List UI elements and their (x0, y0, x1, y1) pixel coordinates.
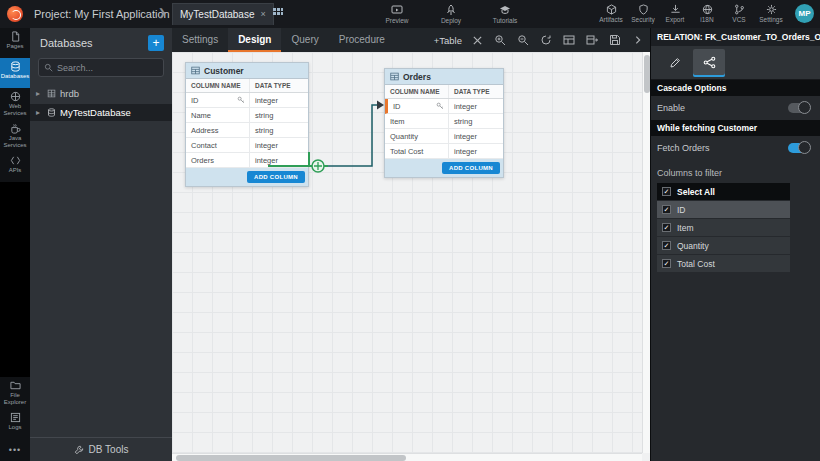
enable-toggle[interactable] (788, 103, 810, 113)
rail-item-logs[interactable]: Logs (0, 409, 30, 439)
checkbox-checked-icon[interactable]: ✓ (662, 241, 671, 250)
scrollbar-thumb[interactable] (176, 455, 406, 461)
filter-row-item[interactable]: ✓ Item (657, 219, 790, 236)
horizontal-scrollbar[interactable] (172, 453, 642, 461)
tutorials-button[interactable]: Tutorials (486, 2, 524, 24)
rail-item-pages[interactable]: Pages (0, 28, 30, 58)
collapse-panel-chevron-icon[interactable] (630, 32, 646, 48)
column-row-quantity[interactable]: Quantity integer (385, 129, 503, 144)
app-logo-icon[interactable] (7, 6, 23, 22)
export-label: Export (666, 16, 685, 23)
column-row-id[interactable]: ID integer (186, 93, 308, 108)
preview-button[interactable]: Preview (378, 2, 416, 24)
tab-procedure[interactable]: Procedure (329, 28, 395, 52)
checkbox-checked-icon[interactable]: ✓ (662, 259, 671, 268)
filter-label: Item (677, 223, 694, 233)
deploy-icon (445, 2, 457, 16)
entity-header[interactable]: Customer (186, 63, 308, 79)
column-row-total-cost[interactable]: Total Cost integer (385, 144, 503, 159)
db-cylinder-icon (47, 108, 56, 117)
chevron-right-icon[interactable]: ❯ (158, 7, 166, 18)
add-database-button[interactable]: + (148, 35, 164, 51)
tree-item-mytestdatabase[interactable]: ▸ MyTestDatabase (30, 104, 172, 121)
apps-grid-icon[interactable] (272, 7, 284, 19)
deploy-button[interactable]: Deploy (432, 2, 470, 24)
filter-row-quantity[interactable]: ✓ Quantity (657, 237, 790, 254)
tab-settings[interactable]: Settings (172, 28, 228, 52)
export-button[interactable]: Export (662, 2, 688, 23)
rail-item-web-services[interactable]: Web Services (0, 88, 30, 120)
add-column-button[interactable]: ADD COLUMN (442, 162, 500, 174)
column-type: string (250, 123, 308, 137)
table-export-icon[interactable] (584, 32, 600, 48)
table-edit-icon[interactable] (561, 32, 577, 48)
refresh-icon[interactable] (538, 32, 554, 48)
globe-icon (702, 2, 713, 15)
edit-relation-tab[interactable] (659, 49, 691, 77)
zoom-in-icon[interactable] (492, 32, 508, 48)
database-icon (10, 61, 21, 72)
rail-label: APIs (9, 167, 22, 174)
caret-icon[interactable]: ▸ (36, 89, 43, 98)
column-row-orders[interactable]: Orders integer (186, 153, 308, 168)
db-tools-label: DB Tools (89, 444, 129, 455)
tree-item-hrdb[interactable]: ▸ hrdb (30, 85, 172, 102)
save-icon[interactable] (607, 32, 623, 48)
relation-handle-icon (312, 160, 324, 172)
column-row-contact[interactable]: Contact integer (186, 138, 308, 153)
caret-icon[interactable]: ▸ (36, 108, 43, 117)
add-table-button[interactable]: +Table (434, 35, 462, 46)
left-rail: Pages Databases Web Services Java Servic… (0, 28, 30, 461)
column-row-item[interactable]: Item string (385, 114, 503, 129)
column-name: ID (191, 96, 199, 105)
column-row-address[interactable]: Address string (186, 123, 308, 138)
rail-item-databases[interactable]: Databases (0, 58, 30, 88)
rail-item-java-services[interactable]: Java Services (0, 120, 30, 152)
user-avatar[interactable]: MP (795, 4, 814, 23)
search-box[interactable] (38, 58, 164, 77)
checkbox-checked-icon[interactable]: ✓ (662, 223, 671, 232)
pages-icon (10, 31, 21, 42)
entity-card-customer[interactable]: Customer COLUMN NAME DATA TYPE ID intege… (185, 62, 309, 187)
col-header-type: DATA TYPE (250, 79, 308, 92)
primary-key-icon (237, 96, 245, 104)
db-tools-button[interactable]: DB Tools (30, 437, 172, 461)
tab-design[interactable]: Design (228, 28, 281, 52)
rail-item-apis[interactable]: APIs (0, 152, 30, 182)
relation-settings-tab[interactable] (693, 49, 725, 77)
tutorials-label: Tutorials (493, 17, 518, 24)
filter-label: Quantity (677, 241, 709, 251)
relation-arrow-icon (377, 101, 384, 110)
settings-button[interactable]: Settings (758, 2, 784, 23)
col-header-name: COLUMN NAME (186, 79, 250, 92)
checkbox-checked-icon[interactable]: ✓ (662, 187, 671, 196)
zoom-out-icon[interactable] (515, 32, 531, 48)
checkbox-checked-icon[interactable]: ✓ (662, 205, 671, 214)
open-tab-mytestdatabase[interactable]: MyTestDatabase × (172, 3, 274, 25)
vertical-scrollbar[interactable] (642, 52, 650, 453)
security-button[interactable]: Security (630, 2, 656, 23)
vcs-button[interactable]: VCS (726, 2, 752, 23)
wrench-icon (74, 445, 84, 455)
column-type: integer (449, 144, 503, 158)
add-column-button[interactable]: ADD COLUMN (247, 171, 305, 183)
entity-header[interactable]: Orders (385, 69, 503, 85)
fetch-orders-toggle[interactable] (788, 143, 810, 153)
schema-canvas[interactable]: Customer COLUMN NAME DATA TYPE ID intege… (172, 52, 650, 461)
filter-row-total-cost[interactable]: ✓ Total Cost (657, 255, 790, 272)
rail-item-file-explorer[interactable]: File Explorer (0, 377, 30, 409)
column-row-id[interactable]: ID integer (385, 99, 503, 114)
column-row-name[interactable]: Name string (186, 108, 308, 123)
close-tab-icon[interactable]: × (260, 10, 265, 19)
filter-row-select-all[interactable]: ✓ Select All (657, 183, 790, 200)
search-input[interactable] (57, 63, 158, 73)
rail-more-icon[interactable]: ••• (0, 439, 30, 461)
tab-query[interactable]: Query (281, 28, 328, 52)
branch-icon (734, 2, 745, 15)
filter-row-id[interactable]: ✓ ID (657, 201, 790, 218)
delete-icon[interactable] (469, 32, 485, 48)
artifacts-button[interactable]: Artifacts (598, 2, 624, 23)
entity-card-orders[interactable]: Orders COLUMN NAME DATA TYPE ID integer … (384, 68, 504, 178)
cascade-options-header: Cascade Options (651, 80, 820, 96)
i18n-button[interactable]: i18N (694, 2, 720, 23)
